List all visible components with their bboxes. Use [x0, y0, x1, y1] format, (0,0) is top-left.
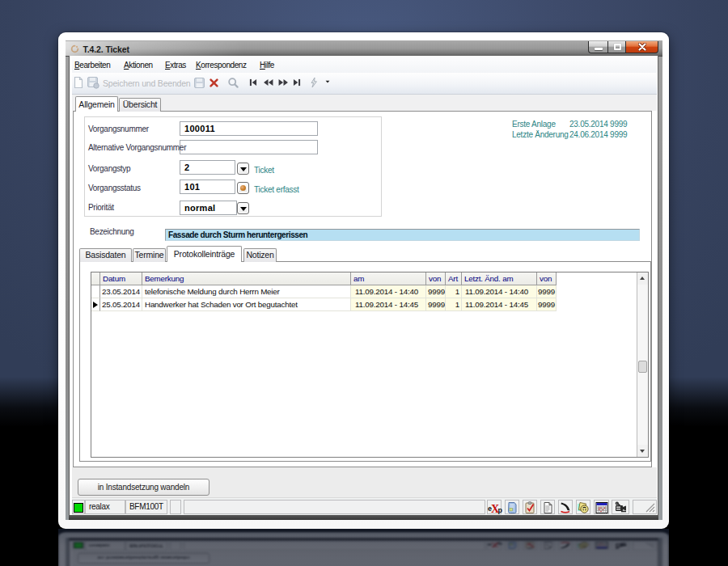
svg-text:p: p [498, 506, 503, 514]
